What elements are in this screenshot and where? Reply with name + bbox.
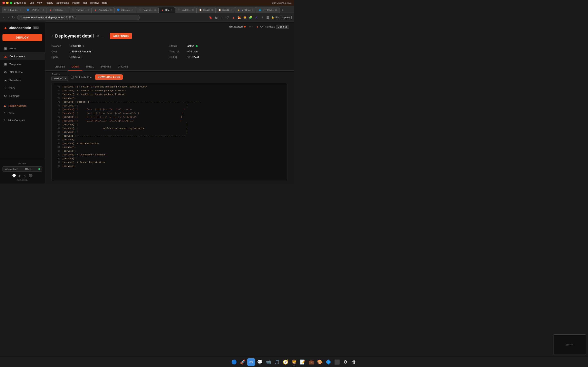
header-more-button[interactable]: ··· xyxy=(249,25,253,29)
sidebar-item-stats[interactable]: ↗ Stats xyxy=(0,109,45,117)
tab-leases[interactable]: LEASES xyxy=(52,63,68,71)
more-options-button[interactable]: ··· xyxy=(101,34,105,38)
sidebar-item-price-compare[interactable]: ↗ Price Compare xyxy=(0,117,45,124)
bookmark-icon[interactable]: 🔖 xyxy=(208,15,213,20)
sidebar-item-akash-network[interactable]: ▲ Akash Network xyxy=(0,102,45,109)
youtube-icon[interactable]: ▶ xyxy=(18,174,21,178)
tab-update[interactable]: UPDATE xyxy=(114,63,131,71)
sidebar-label-akash-network: Akash Network xyxy=(9,104,26,107)
sidebar-label-faq: FAQ xyxy=(9,87,15,90)
menu-people[interactable]: People xyxy=(72,1,80,4)
tab-close-ethglob3[interactable]: × xyxy=(275,8,277,12)
balance-row: Balance US$13.04 ℹ xyxy=(52,43,169,49)
sidebar-footer: Mainnet akashnet.net 412ms 💬 ▶ ✕ ⚫ v2.6.… xyxy=(0,160,45,184)
stick-to-bottom-checkbox[interactable] xyxy=(71,76,74,78)
forward-button[interactable]: › xyxy=(7,15,9,20)
share-icon[interactable]: ↑ xyxy=(220,15,224,20)
minimize-dot[interactable] xyxy=(6,2,9,4)
tab-4289[interactable]: 🔵 (4289) D... × xyxy=(24,7,47,13)
deploy-button[interactable]: DEPLOY xyxy=(2,34,42,41)
twitter-icon[interactable]: ✕ xyxy=(24,174,26,178)
akash-icon[interactable]: ▲ xyxy=(231,15,236,20)
tab-retrieve[interactable]: 🔵 retrieve... × xyxy=(114,7,136,13)
tab-shell[interactable]: SHELL xyxy=(82,63,97,71)
fullscreen-dot[interactable] xyxy=(10,2,12,4)
get-started-button[interactable]: Get Started xyxy=(229,25,245,28)
tab-logs[interactable]: LOGS xyxy=(68,63,82,71)
puzzle-icon[interactable]: 🧩 xyxy=(249,15,253,20)
sidebar-item-settings[interactable]: ⚙ Settings xyxy=(0,92,45,100)
tab-favicon-inbox: ✉ xyxy=(4,8,7,11)
sidebar-item-providers[interactable]: ☁ Providers xyxy=(0,76,45,84)
tab-slickcli1[interactable]: 📋 SlickCI × xyxy=(196,7,216,13)
tab-pageno[interactable]: ⚫ Page no... × xyxy=(136,7,158,13)
extensions-icon[interactable]: 🦊 xyxy=(237,15,242,20)
sidebar-item-templates[interactable]: ⊞ Templates xyxy=(0,60,45,68)
tab-update[interactable]: ⚫ Update... × xyxy=(175,7,196,13)
tab-close-runners[interactable]: × xyxy=(87,8,89,12)
tab-close-retrieve[interactable]: × xyxy=(132,8,133,12)
tab-close-pageno[interactable]: × xyxy=(154,8,156,12)
sidebar-item-sdl-builder[interactable]: ⚙ SDL Builder xyxy=(0,68,45,76)
menu-edit[interactable]: Edit xyxy=(30,1,34,4)
download-logs-button[interactable]: DOWNLOAD LOGS xyxy=(95,75,123,80)
reload-button[interactable]: ↻ xyxy=(11,15,16,20)
log-output[interactable]: 71 [service]: E: Couldn't find any packa… xyxy=(52,83,287,181)
github-icon[interactable]: ⚫ xyxy=(29,174,33,178)
menu-bookmarks[interactable]: Bookmarks xyxy=(57,1,69,4)
tab-close-slickcli1[interactable]: × xyxy=(211,8,213,12)
menu-tab[interactable]: Tab xyxy=(83,1,87,4)
line-number: 77 xyxy=(54,108,60,111)
brave-icon[interactable]: 🦁 xyxy=(243,15,247,20)
screen-icon[interactable]: ⊡ xyxy=(214,15,219,20)
tab-close-mydrive[interactable]: × xyxy=(252,8,253,12)
log-line-81: 81 [service]: | | xyxy=(52,123,287,127)
sidebar-item-home[interactable]: ⊞ Home xyxy=(0,44,45,52)
services-select[interactable]: service-1 ▾ xyxy=(52,76,68,81)
refresh-button[interactable]: ↻ xyxy=(96,34,99,38)
tab-close-inbox[interactable]: × xyxy=(20,8,21,12)
tab-close-dep[interactable]: × xyxy=(171,8,172,12)
tab-close-update[interactable]: × xyxy=(192,8,194,12)
tab-dep[interactable]: ▲ Dep × xyxy=(159,7,175,13)
sidebar-item-faq[interactable]: ? FAQ xyxy=(0,84,45,92)
back-button[interactable]: ‹ xyxy=(2,15,5,20)
tab-runners[interactable]: ⚫ Runners... × xyxy=(69,7,92,13)
balance-info-icon[interactable]: ℹ xyxy=(83,45,84,47)
menu-file[interactable]: File xyxy=(22,1,26,4)
sidebar-item-deployments[interactable]: ☁ Deployments xyxy=(0,52,45,60)
vpn-label: 🔒 VPN xyxy=(271,16,279,19)
tab-events[interactable]: EVENTS xyxy=(97,63,114,71)
tab-inbox[interactable]: ✉ Inbox (3... × xyxy=(2,7,24,13)
tab-close-slickcli2[interactable]: × xyxy=(231,8,232,12)
back-button[interactable]: ‹ xyxy=(52,34,53,38)
tab-ethglob3[interactable]: 🌐 ETHGlob... × xyxy=(256,7,279,13)
cost-info-icon[interactable]: ℹ xyxy=(93,50,93,53)
menu-window[interactable]: Window xyxy=(90,1,99,4)
network-host: akashnet.net xyxy=(5,168,17,170)
menu-history[interactable]: History xyxy=(45,1,53,4)
tab-mydrive[interactable]: ▲ My Drive × xyxy=(235,7,256,13)
menu-icon[interactable]: ☰ xyxy=(266,15,270,20)
add-funds-button[interactable]: ADD FUNDS xyxy=(110,33,132,39)
shield-icon[interactable]: 🛡 xyxy=(226,15,230,20)
network-ms: 412ms xyxy=(25,168,31,170)
update-button[interactable]: Update xyxy=(281,16,292,19)
download-icon[interactable]: ⬇ xyxy=(260,15,264,20)
line-number: 71 xyxy=(54,85,60,89)
tab-close-ethglob[interactable]: × xyxy=(65,8,66,12)
tab-close-4289[interactable]: × xyxy=(43,8,44,12)
spent-info-icon[interactable]: ℹ xyxy=(81,56,82,58)
address-input[interactable] xyxy=(17,15,140,20)
menu-view[interactable]: View xyxy=(37,1,42,4)
tab-slickcli2[interactable]: 📋 SlickCI × xyxy=(216,7,235,13)
wallet-icon[interactable]: K xyxy=(254,15,259,20)
new-tab-button[interactable]: + xyxy=(279,7,285,13)
tab-ethglob[interactable]: ▲ EthGlob... × xyxy=(47,7,69,13)
tab-close-akash[interactable]: × xyxy=(110,8,112,12)
discord-icon[interactable]: 💬 xyxy=(12,174,16,178)
tab-akash[interactable]: ▲ Akash N... × xyxy=(92,7,114,13)
close-dot[interactable] xyxy=(2,2,5,4)
stick-to-bottom-toggle[interactable]: Stick to bottom xyxy=(71,76,93,79)
menu-help[interactable]: Help xyxy=(102,1,107,4)
